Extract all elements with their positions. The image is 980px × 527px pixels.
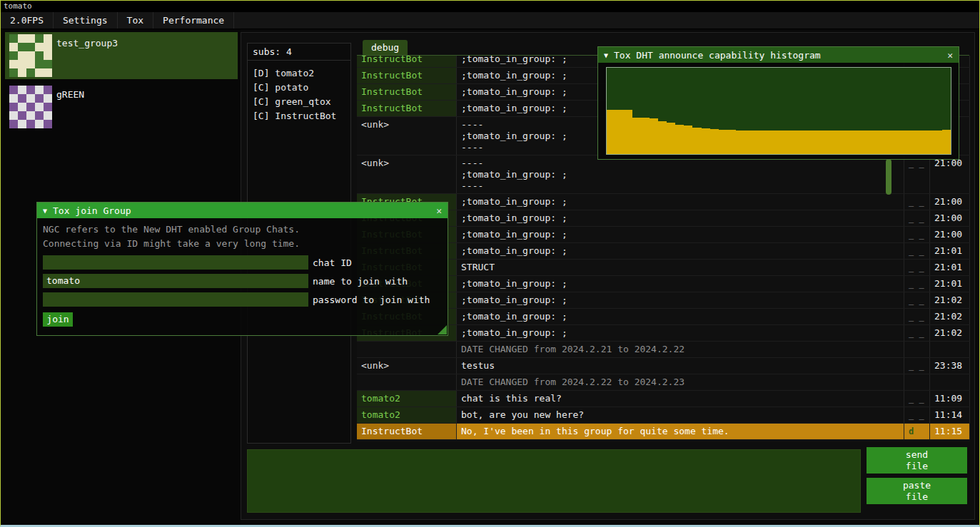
join-password-label: password to join with xyxy=(313,295,430,305)
message-timestamp: 21:00 xyxy=(930,194,970,210)
window-titlebar[interactable]: tomato xyxy=(1,1,979,12)
message-row[interactable]: InstructBot No, I've been in this group … xyxy=(357,424,970,440)
message-row[interactable]: DATE CHANGED from 2024.2.22 to 2024.2.23 xyxy=(357,374,970,391)
message-row[interactable]: InstructBot ;tomato_in_group: ; _ _ 21:0… xyxy=(357,325,970,342)
message-timestamp: 21:00 xyxy=(930,155,970,193)
message-author xyxy=(357,374,457,390)
message-author: InstructBot xyxy=(357,101,457,116)
group-name: gREEN xyxy=(56,89,84,100)
message-status: _ _ xyxy=(904,309,930,324)
ngc-info-line-1: NGC refers to the New DHT enabled Group … xyxy=(43,222,442,237)
message-author: tomato2 xyxy=(357,407,457,423)
menu-item[interactable]: 2.0FPS xyxy=(1,12,54,29)
dht-histogram-window: ▼ Tox DHT announce capability histogram … xyxy=(597,46,959,160)
message-timestamp: 21:01 xyxy=(930,243,970,259)
message-timestamp: 21:02 xyxy=(930,325,970,341)
message-status: _ _ xyxy=(904,391,930,406)
message-author: InstructBot xyxy=(357,68,457,83)
message-timestamp xyxy=(930,374,970,390)
message-timestamp: 23:38 xyxy=(930,358,970,374)
menu-item[interactable]: Performance xyxy=(153,12,234,29)
window-title: tomato xyxy=(4,1,32,11)
message-status: _ _ xyxy=(904,210,930,226)
subscriber-item[interactable]: [C] InstructBot xyxy=(248,109,350,123)
message-row[interactable]: DATE CHANGED from 2024.2.21 to 2024.2.22 xyxy=(357,342,970,358)
message-status: _ _ xyxy=(904,260,930,275)
subscriber-item[interactable]: [C] potato xyxy=(248,81,350,95)
group-avatar xyxy=(9,86,52,128)
menu-bar: 2.0FPS Settings Tox Performance xyxy=(1,12,979,29)
subscriber-item[interactable]: [D] tomato2 xyxy=(248,66,350,81)
message-row[interactable]: InstructBot ;tomato_in_group: ; _ _ 21:0… xyxy=(357,194,970,210)
message-timestamp: 21:02 xyxy=(930,309,970,324)
message-text: ;tomato_in_group: ; xyxy=(457,276,904,292)
message-timestamp: 11:15 xyxy=(930,424,970,439)
message-status: _ _ xyxy=(904,227,930,242)
message-status xyxy=(904,374,930,390)
collapse-arrow-icon[interactable]: ▼ xyxy=(604,51,608,59)
join-group-body: NGC refers to the New DHT enabled Group … xyxy=(37,218,448,335)
message-timestamp: 21:01 xyxy=(930,276,970,292)
message-timestamp: 21:01 xyxy=(930,260,970,275)
message-row[interactable]: tomato2 bot, are you new here? _ _ 11:14 xyxy=(357,407,970,424)
subscribers-count: subs: 4 xyxy=(248,44,350,61)
messages-scrollbar[interactable] xyxy=(886,159,891,195)
resize-grip[interactable] xyxy=(438,325,447,334)
menu-item[interactable]: Tox xyxy=(118,12,153,29)
message-timestamp: 21:00 xyxy=(930,210,970,226)
message-row[interactable]: InstructBot ;tomato_in_group: ; _ _ 21:0… xyxy=(357,309,970,325)
message-row[interactable]: InstructBot STRUCT _ _ 21:01 xyxy=(357,260,970,276)
sidebar-item-green[interactable]: gREEN xyxy=(5,83,238,131)
message-row[interactable]: InstructBot ;tomato_in_group: ; _ _ 21:0… xyxy=(357,276,970,292)
group-avatar xyxy=(9,34,52,77)
join-name-field[interactable]: tomato xyxy=(43,274,308,288)
message-timestamp: 11:09 xyxy=(930,391,970,406)
send-file-button[interactable]: send file xyxy=(867,447,967,474)
message-author: InstructBot xyxy=(357,84,457,100)
tab-debug[interactable]: debug xyxy=(363,40,408,55)
message-text: DATE CHANGED from 2024.2.22 to 2024.2.23 xyxy=(457,374,904,390)
message-status: _ _ xyxy=(904,194,930,210)
message-row[interactable]: InstructBot ;tomato_in_group: ; _ _ 21:0… xyxy=(357,243,970,260)
paste-file-button[interactable]: paste file xyxy=(867,478,967,504)
message-row[interactable]: tomato2 chat is this real? _ _ 11:09 xyxy=(357,391,970,407)
close-icon[interactable]: ✕ xyxy=(947,50,953,61)
message-row[interactable]: InstructBot ;tomato_in_group: ; _ _ 21:0… xyxy=(357,210,970,227)
subscriber-item[interactable]: [C] green_qtox xyxy=(248,95,350,109)
message-status: _ _ xyxy=(904,155,930,193)
tomato-app-window: tomato 2.0FPS Settings Tox Performance t… xyxy=(0,0,980,527)
subscribers-list: [D] tomato2 [C] potato [C] green_qtox [C… xyxy=(248,61,350,123)
close-icon[interactable]: ✕ xyxy=(436,205,442,216)
message-text: STRUCT xyxy=(457,260,904,275)
message-author: InstructBot xyxy=(357,424,457,439)
message-text: ---- ;tomato_in_group: ; ---- xyxy=(457,155,904,193)
menu-item[interactable]: Settings xyxy=(54,12,118,29)
message-status: _ _ xyxy=(904,407,930,423)
join-password-field[interactable] xyxy=(43,292,308,307)
dht-histogram-titlebar[interactable]: ▼ Tox DHT announce capability histogram … xyxy=(598,47,959,63)
message-input[interactable] xyxy=(247,449,861,513)
collapse-arrow-icon[interactable]: ▼ xyxy=(43,207,47,215)
message-text: ;tomato_in_group: ; xyxy=(457,210,904,226)
message-text: ;tomato_in_group: ; xyxy=(457,292,904,308)
message-row[interactable]: InstructBot ;tomato_in_group: ; _ _ 21:0… xyxy=(357,292,970,309)
sidebar-item-test-group3[interactable]: test_group3 xyxy=(5,32,238,79)
message-author: tomato2 xyxy=(357,391,457,406)
message-row[interactable]: <unk> ---- ;tomato_in_group: ; ---- _ _ … xyxy=(357,155,970,194)
message-timestamp: 11:14 xyxy=(930,407,970,423)
message-text: ;tomato_in_group: ; xyxy=(457,309,904,324)
join-group-title: Tox join Group xyxy=(53,205,131,216)
join-group-window: ▼ Tox join Group ✕ NGC refers to the New… xyxy=(36,202,448,336)
join-button[interactable]: join xyxy=(43,312,73,327)
chat-id-field[interactable] xyxy=(43,255,308,270)
dht-histogram-title: Tox DHT announce capability histogram xyxy=(614,50,821,61)
message-author: <unk> xyxy=(357,155,457,193)
message-row[interactable]: <unk> testus _ _ 23:38 xyxy=(357,358,970,374)
message-row[interactable]: InstructBot ;tomato_in_group: ; _ _ 21:0… xyxy=(357,227,970,243)
message-timestamp: 21:00 xyxy=(930,227,970,242)
message-text: ;tomato_in_group: ; xyxy=(457,227,904,242)
join-group-titlebar[interactable]: ▼ Tox join Group ✕ xyxy=(37,203,448,218)
message-text: ;tomato_in_group: ; xyxy=(457,194,904,210)
message-status: _ _ xyxy=(904,292,930,308)
dht-capability-histogram-plot xyxy=(606,67,951,155)
